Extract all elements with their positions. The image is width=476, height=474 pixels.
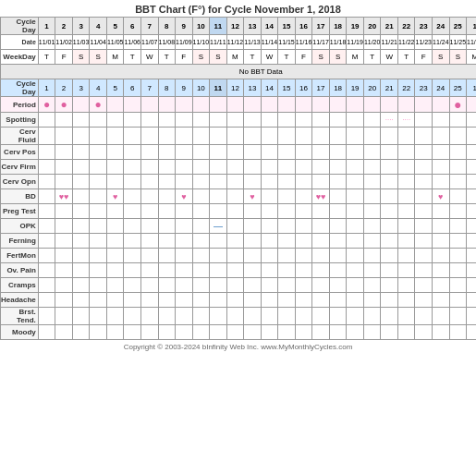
cramps-row: Cramps Cramps bbox=[1, 278, 477, 293]
preg-test-label: Preg Test bbox=[1, 204, 39, 219]
cd-20: 20 bbox=[363, 18, 381, 35]
cerv-firm-label: Cerv Firm bbox=[1, 160, 39, 175]
brst-tend-label: Brst. Tend. bbox=[1, 308, 39, 325]
fertmon-row: FertMon FertMon bbox=[1, 249, 477, 263]
data-cycle-day-row: Cycle Day 12345678910 11 121314151617181… bbox=[1, 79, 477, 97]
wd-22: T bbox=[397, 50, 415, 65]
wd-1: T bbox=[38, 50, 55, 65]
cramps-label: Cramps bbox=[1, 278, 39, 293]
date-2: 11/02 bbox=[55, 35, 73, 50]
date-12: 11/12 bbox=[226, 35, 244, 50]
no-bbt-header: No BBT Data bbox=[1, 65, 477, 79]
date-label: Date bbox=[1, 35, 39, 50]
period-d5 bbox=[106, 97, 124, 113]
wd-20: T bbox=[363, 50, 381, 65]
date-19: 11/19 bbox=[347, 35, 364, 50]
ferning-label: Ferning bbox=[1, 234, 39, 249]
date-25: 11/25 bbox=[449, 35, 467, 50]
wd-19: M bbox=[347, 50, 364, 65]
wd-21: W bbox=[381, 50, 398, 65]
date-11: 11/11 bbox=[210, 35, 227, 50]
preg-test-row: Preg Test Preg Test bbox=[1, 204, 477, 219]
bd-d17: ♥♥ bbox=[312, 189, 330, 204]
cd-8: 8 bbox=[158, 18, 176, 35]
cd-12: 12 bbox=[226, 18, 244, 35]
cd-3: 3 bbox=[72, 18, 90, 35]
bd-d9: ♥ bbox=[176, 189, 193, 204]
opk-row: OPK — OPK bbox=[1, 219, 477, 234]
cd-25: 25 bbox=[449, 18, 467, 35]
cd-15: 15 bbox=[278, 18, 296, 35]
date-13: 11/13 bbox=[244, 35, 262, 50]
cd-16: 16 bbox=[295, 18, 312, 35]
cerv-opn-label: Cerv Opn bbox=[1, 175, 39, 189]
wd-4: S bbox=[90, 50, 107, 65]
date-8: 11/08 bbox=[158, 35, 176, 50]
date-9: 11/09 bbox=[176, 35, 193, 50]
period-row: Period ● ● ● ● Period bbox=[1, 97, 477, 113]
date-23: 11/23 bbox=[415, 35, 433, 50]
bd-d5: ♥ bbox=[106, 189, 124, 204]
cd-24: 24 bbox=[433, 18, 450, 35]
copyright: Copyright © 2003-2024 bInfinity Web Inc.… bbox=[0, 340, 476, 354]
headache-label: Headache bbox=[1, 293, 39, 308]
cd-6: 6 bbox=[124, 18, 141, 35]
date-3: 11/03 bbox=[72, 35, 90, 50]
wd-2: F bbox=[55, 50, 73, 65]
date-20: 11/20 bbox=[363, 35, 381, 50]
period-d2: ● bbox=[55, 97, 73, 113]
bd-label: BD bbox=[1, 189, 39, 204]
date-6: 11/06 bbox=[124, 35, 141, 50]
data-cycle-day-label: Cycle Day bbox=[1, 79, 39, 97]
wd-25: S bbox=[449, 50, 467, 65]
cerv-fluid-row: Cerv Fluid Cerv Fluid bbox=[1, 128, 477, 145]
date-18: 11/18 bbox=[329, 35, 347, 50]
opk-d11: — bbox=[210, 219, 227, 234]
spotting-label: Spotting bbox=[1, 113, 39, 128]
wd-7: W bbox=[140, 50, 158, 65]
bd-row: BD ♥♥ ♥ ♥ ♥ ♥♥ ♥ BD bbox=[1, 189, 477, 204]
wd-16: F bbox=[295, 50, 312, 65]
date-5: 11/05 bbox=[106, 35, 124, 50]
cd-14: 14 bbox=[261, 18, 278, 35]
date-15: 11/15 bbox=[278, 35, 296, 50]
cd-26: 1 bbox=[467, 18, 476, 35]
headache-row: Headache Headache bbox=[1, 293, 477, 308]
cd-13: 13 bbox=[244, 18, 262, 35]
date-22: 11/22 bbox=[397, 35, 415, 50]
wd-9: F bbox=[176, 50, 193, 65]
date-16: 11/16 bbox=[295, 35, 312, 50]
wd-5: M bbox=[106, 50, 124, 65]
wd-14: W bbox=[261, 50, 278, 65]
fertmon-label: FertMon bbox=[1, 249, 39, 263]
period-d3 bbox=[72, 97, 90, 113]
cd-1: 1 bbox=[38, 18, 55, 35]
wd-3: S bbox=[72, 50, 90, 65]
cd-5: 5 bbox=[106, 18, 124, 35]
wd-8: T bbox=[158, 50, 176, 65]
cd-4: 4 bbox=[90, 18, 107, 35]
cd-10: 10 bbox=[192, 18, 210, 35]
bd-d2: ♥♥ bbox=[55, 189, 73, 204]
cerv-pos-row: Cerv Pos Cerv Pos bbox=[1, 145, 477, 160]
opk-label: OPK bbox=[1, 219, 39, 234]
date-1: 11/01 bbox=[38, 35, 55, 50]
wd-13: T bbox=[244, 50, 262, 65]
cd-19: 19 bbox=[347, 18, 364, 35]
wd-24: S bbox=[433, 50, 450, 65]
date-17: 11/17 bbox=[312, 35, 330, 50]
ferning-row: Ferning Ferning bbox=[1, 234, 477, 249]
cd-18: 18 bbox=[329, 18, 347, 35]
date-14: 11/14 bbox=[261, 35, 278, 50]
bd-d24: ♥ bbox=[433, 189, 450, 204]
cd-21: 21 bbox=[381, 18, 398, 35]
spotting-row: Spotting ···· ···· Spotting bbox=[1, 113, 477, 128]
no-bbt-label: No BBT Data bbox=[1, 65, 477, 79]
cerv-pos-label: Cerv Pos bbox=[1, 145, 39, 160]
wd-18: S bbox=[329, 50, 347, 65]
cd-2: 2 bbox=[55, 18, 73, 35]
wd-10: S bbox=[192, 50, 210, 65]
ov-pain-row: Ov. Pain Ov. Pain bbox=[1, 263, 477, 278]
date-row: Date 11/01 11/02 11/03 11/04 11/05 11/06… bbox=[1, 35, 477, 50]
period-d4: ● bbox=[90, 97, 107, 113]
